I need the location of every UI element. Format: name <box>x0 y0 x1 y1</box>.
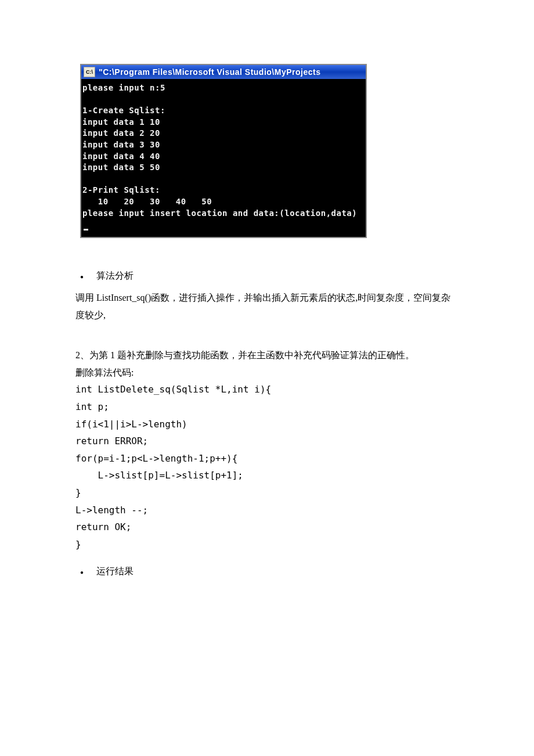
heading-2: 运行结果 <box>96 566 134 578</box>
console-window: C:\ "C:\Program Files\Microsoft Visual S… <box>80 64 367 238</box>
bullet-icon: ● <box>80 272 84 282</box>
console-text: please input n:5 1-Create Sqlist: input … <box>82 83 357 218</box>
console-output: please input n:5 1-Create Sqlist: input … <box>81 79 366 237</box>
paragraph-1: 调用 ListInsert_sq()函数，进行插入操作，并输出插入新元素后的状态… <box>75 289 459 323</box>
bullet-icon: ● <box>80 568 84 577</box>
console-title: "C:\Program Files\Microsoft Visual Studi… <box>99 67 320 77</box>
section-2-label: 删除算法代码: <box>75 364 459 381</box>
document-page: C:\ "C:\Program Files\Microsoft Visual S… <box>0 0 534 701</box>
section-2: 2、为第 1 题补充删除与查找功能函数，并在主函数中补充代码验证算法的正确性。 … <box>75 347 459 553</box>
heading-1: 算法分析 <box>96 270 134 282</box>
console-titlebar: C:\ "C:\Program Files\Microsoft Visual S… <box>81 65 366 79</box>
heading-row-2: ● 运行结果 <box>75 566 459 578</box>
terminal-cursor <box>84 229 88 231</box>
heading-row-1: ● 算法分析 <box>75 270 459 282</box>
section-2-intro: 2、为第 1 题补充删除与查找功能函数，并在主函数中补充代码验证算法的正确性。 <box>75 347 459 364</box>
code-block-delete: int ListDelete_sq(Sqlist *L,int i){ int … <box>75 381 459 553</box>
cmd-icon: C:\ <box>84 67 95 77</box>
